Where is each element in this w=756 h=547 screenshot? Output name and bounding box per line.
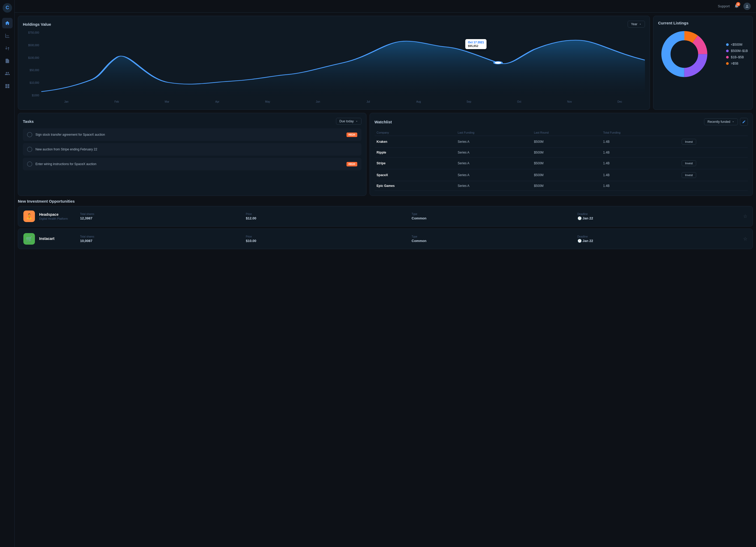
holdings-chart: $750,000 $500,000 $100,000 $50,000 $10,0… (23, 31, 645, 105)
app-logo[interactable]: C (3, 3, 12, 13)
watchlist-edit-button[interactable] (740, 118, 748, 126)
watchlist-last-funding: Series A (456, 136, 532, 148)
col-total-funding: Total Funding (601, 129, 679, 136)
instacart-type: Type Common (412, 235, 573, 243)
main-content: Holdings Value Year $750,000 $500,000 $1… (15, 13, 756, 547)
legend-item-5b: $1B–$5B (726, 55, 748, 59)
chart-y-axis: $750,000 $500,000 $100,000 $50,000 $10,0… (23, 31, 41, 97)
instacart-name: Instacart (39, 236, 76, 241)
legend-dot-500m (726, 43, 729, 46)
task-checkbox[interactable] (27, 132, 32, 137)
investment-card-headspace: 🧘 Headspace Digital Health Platform Tota… (18, 206, 753, 227)
watchlist-invest-cell: Invest (680, 157, 748, 169)
col-last-funding: Last Funding (456, 129, 532, 136)
task-label: Sign stock transfer agreement for SpaceX… (35, 133, 343, 136)
investments-section: New Investment Opportunities 🧘 Headspace… (18, 199, 753, 251)
headspace-price: Price $12.00 (246, 213, 408, 220)
donut-chart (658, 28, 711, 80)
watchlist-invest-cell (680, 181, 748, 191)
watchlist-last-funding: Series A (456, 181, 532, 191)
invest-button[interactable]: Invest (682, 139, 696, 145)
sidebar-item-transfer[interactable] (2, 43, 13, 54)
watchlist-last-funding: Series A (456, 148, 532, 157)
user-avatar[interactable] (743, 3, 751, 10)
priority-badge: HIGH (347, 133, 357, 137)
legend-dot-5b (726, 56, 729, 59)
watchlist-row: Stripe Series A $500M 1.4B Invest (375, 157, 748, 169)
watchlist-row: Epic Games Series A $500M 1.4B (375, 181, 748, 191)
donut-legend: <$500M $500M–$1B $1B–$5B >$5B (726, 43, 748, 65)
instacart-price: Price $10.00 (246, 235, 408, 243)
task-checkbox[interactable] (27, 161, 32, 167)
investments-title: New Investment Opportunities (18, 199, 753, 203)
watchlist-row: SpaceX Series A $500M 1.4B Invest (375, 169, 748, 181)
headspace-star[interactable]: ☆ (743, 213, 747, 219)
priority-badge: HIGH (347, 162, 357, 166)
watchlist-total-funding: 1.4B (601, 136, 679, 148)
headspace-logo: 🧘 (23, 211, 35, 222)
tasks-title: Tasks (23, 119, 34, 124)
legend-item-gt5b: >$5B (726, 62, 748, 65)
watchlist-total-funding: 1.4B (601, 169, 679, 181)
watchlist-invest-cell (680, 148, 748, 157)
col-company: Company (375, 129, 456, 136)
col-last-round: Last Round (532, 129, 601, 136)
holdings-card: Holdings Value Year $750,000 $500,000 $1… (18, 16, 650, 110)
sidebar-item-grid[interactable] (2, 81, 13, 91)
watchlist-filter-dropdown[interactable]: Recently funded (704, 118, 738, 125)
period-dropdown[interactable]: Year (628, 21, 645, 28)
listings-title: Current Listings (658, 21, 689, 25)
legend-item-1b: $500M–$1B (726, 49, 748, 53)
tasks-filter-dropdown[interactable]: Due today (336, 118, 361, 125)
current-listings-card: Current Listings (653, 16, 753, 110)
notification-count: 8 (736, 2, 740, 6)
tasks-card: Tasks Due today Sign stock transfer agre… (18, 113, 366, 196)
legend-dot-gt5b (726, 62, 729, 65)
watchlist-company: SpaceX (375, 169, 456, 181)
task-label: New auction from Stripe ending February … (35, 148, 357, 151)
svg-text:C: C (6, 5, 9, 10)
support-link[interactable]: Support (718, 4, 730, 8)
watchlist-last-funding: Series A (456, 157, 532, 169)
watchlist-table: Company Last Funding Last Round Total Fu… (375, 129, 748, 191)
task-item: Sign stock transfer agreement for SpaceX… (23, 128, 361, 141)
instacart-shares: Total shares 10,0087 (80, 235, 242, 243)
headspace-subtitle: Digital Health Platform (39, 217, 76, 220)
task-label: Enter wiring instructions for SpaceX auc… (35, 162, 343, 166)
watchlist-row: Ripple Series A $500M 1.4B (375, 148, 748, 157)
task-item: Enter wiring instructions for SpaceX auc… (23, 158, 361, 170)
headspace-deadline: Deadline 🕐 Jan 22 (577, 213, 739, 220)
notification-bell[interactable]: 8 (734, 3, 739, 9)
headspace-shares: Total shares 12,3987 (80, 213, 242, 220)
holdings-title: Holdings Value (23, 22, 51, 27)
chart-svg-container: Oct 17 2021 $95,852 (41, 31, 645, 97)
sidebar-item-document[interactable] (2, 56, 13, 66)
watchlist-company: Ripple (375, 148, 456, 157)
headspace-name: Headspace (39, 212, 76, 217)
watchlist-last-round: $500M (532, 136, 601, 148)
legend-item-500m: <$500M (726, 43, 748, 46)
sidebar-item-chart[interactable] (2, 30, 13, 41)
watchlist-total-funding: 1.4B (601, 148, 679, 157)
watchlist-last-round: $500M (532, 169, 601, 181)
task-item: New auction from Stripe ending February … (23, 143, 361, 156)
watchlist-last-round: $500M (532, 148, 601, 157)
invest-button[interactable]: Invest (682, 160, 696, 166)
chart-x-axis: Jan Feb Mar Apr May Jun Jul Aug Sep Oct … (41, 98, 645, 105)
legend-dot-1b (726, 50, 729, 52)
watchlist-last-round: $500M (532, 181, 601, 191)
headspace-info: Headspace Digital Health Platform (39, 212, 76, 220)
task-checkbox[interactable] (27, 147, 32, 152)
headspace-type: Type Common (412, 213, 573, 220)
instacart-star[interactable]: ☆ (743, 236, 747, 242)
sidebar-item-users[interactable] (2, 68, 13, 79)
donut-chart-area: <$500M $500M–$1B $1B–$5B >$5B (658, 28, 748, 80)
instacart-info: Instacart (39, 236, 76, 241)
invest-button[interactable]: Invest (682, 172, 696, 178)
watchlist-last-funding: Series A (456, 169, 532, 181)
watchlist-row: Kraken Series A $500M 1.4B Invest (375, 136, 748, 148)
watchlist-invest-cell: Invest (680, 169, 748, 181)
instacart-deadline: Deadline 🕐 Jan 22 (577, 235, 739, 243)
watchlist-last-round: $500M (532, 157, 601, 169)
sidebar-item-home[interactable] (2, 18, 13, 28)
